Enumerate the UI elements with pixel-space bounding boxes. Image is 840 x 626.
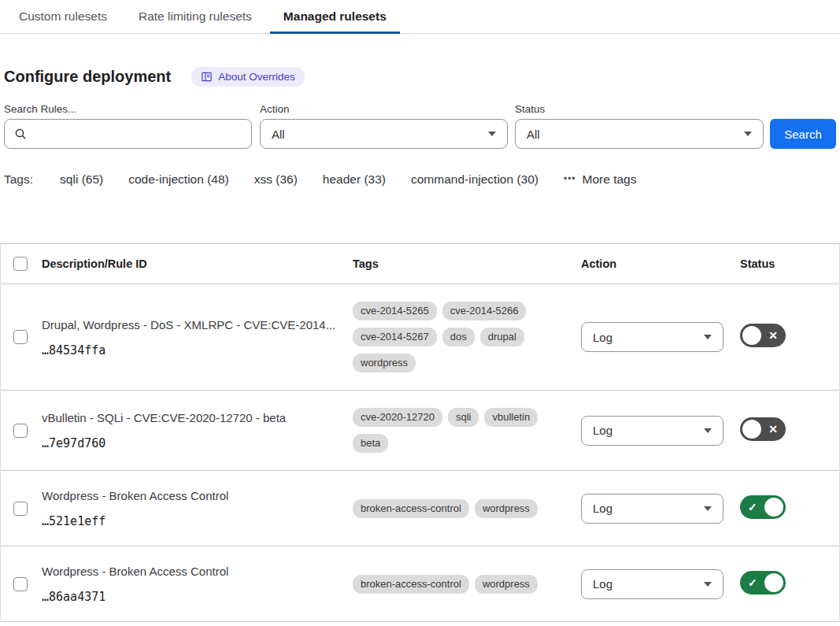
rule-id: …7e97d760: [42, 436, 337, 450]
filter-row: Search Rules... Action All Status: [4, 103, 836, 149]
about-overrides-label: About Overrides: [218, 71, 295, 83]
tag-pill: wordpress: [353, 354, 416, 372]
toggle-state-icon: ✓: [748, 576, 757, 589]
row-checkbox[interactable]: [13, 330, 28, 344]
column-header-action: Action: [581, 257, 740, 270]
tag-filter-link[interactable]: header (33): [323, 172, 386, 187]
more-tags-button[interactable]: ••• More tags: [564, 172, 637, 187]
tag-pill: beta: [353, 434, 388, 453]
toggle-knob: [742, 326, 761, 345]
tag-pill: vbulletin: [484, 408, 538, 427]
book-icon: [201, 71, 213, 83]
action-filter-label: Action: [260, 103, 508, 115]
tag-links: sqli (65)code-injection (48)xss (36)head…: [60, 172, 564, 187]
toggle-state-icon: ✕: [768, 329, 778, 342]
search-rules-field: Search Rules...: [4, 103, 252, 149]
chevron-down-icon: [704, 335, 712, 339]
row-checkbox[interactable]: [13, 502, 28, 516]
table-row: Wordpress - Broken Access Control …86aa4…: [1, 546, 839, 622]
chevron-down-icon: [704, 428, 712, 433]
rule-description: Drupal, Wordpress - DoS - XMLRPC - CVE:C…: [42, 317, 337, 333]
column-header-description: Description/Rule ID: [42, 257, 353, 270]
toggle-knob: [742, 420, 761, 439]
tag-filter-link[interactable]: command-injection (30): [411, 172, 538, 187]
rule-action-select[interactable]: Log: [581, 494, 723, 524]
status-filter-value: All: [527, 128, 540, 141]
heading-row: Configure deployment About Overrides: [4, 65, 840, 87]
tag-pill: broken-access-control: [353, 499, 469, 518]
chevron-down-icon: [704, 582, 712, 587]
rule-tags: cve-2014-5265cve-2014-5266cve-2014-5267d…: [353, 302, 551, 372]
action-filter-select[interactable]: All: [260, 119, 508, 149]
rule-action-select[interactable]: Log: [581, 569, 723, 599]
tag-pill: cve-2014-5265: [353, 302, 437, 320]
more-dots-icon: •••: [564, 173, 576, 184]
status-filter-field: Status All: [515, 103, 764, 149]
rule-tags: cve-2020-12720sqlivbulletinbeta: [353, 408, 551, 453]
tags-bar: Tags: sqli (65)code-injection (48)xss (3…: [4, 172, 836, 187]
rule-description: vBulletin - SQLi - CVE:CVE-2020-12720 - …: [42, 410, 337, 426]
rule-action-select[interactable]: Log: [581, 322, 723, 352]
about-overrides-link[interactable]: About Overrides: [191, 67, 305, 87]
rule-tags: broken-access-controlwordpress: [353, 499, 551, 518]
tag-pill: sqli: [448, 408, 479, 427]
column-header-status: Status: [740, 257, 839, 270]
row-checkbox[interactable]: [13, 424, 28, 438]
rule-action-value: Log: [593, 424, 612, 437]
action-filter-field: Action All: [260, 103, 508, 149]
table-row: Wordpress - Broken Access Control …521e1…: [1, 471, 839, 546]
tab-managed-rulesets[interactable]: Managed rulesets: [270, 0, 400, 33]
table-header-row: Description/Rule ID Tags Action Status: [1, 244, 839, 284]
table-row: vBulletin - SQLi - CVE:CVE-2020-12720 - …: [1, 391, 839, 471]
rule-tags: broken-access-controlwordpress: [353, 575, 551, 594]
rule-action-value: Log: [593, 502, 612, 515]
rule-status-toggle[interactable]: ✕: [740, 417, 786, 441]
search-input[interactable]: [4, 119, 252, 149]
tab-custom-rulesets[interactable]: Custom rulesets: [6, 0, 120, 33]
rule-id: …86aa4371: [42, 590, 337, 604]
rule-action-value: Log: [593, 331, 612, 344]
tag-filter-link[interactable]: sqli (65): [60, 172, 103, 187]
rule-action-select[interactable]: Log: [581, 416, 723, 446]
rules-table: Description/Rule ID Tags Action Status D…: [0, 243, 840, 622]
action-filter-value: All: [272, 128, 285, 141]
tag-pill: wordpress: [475, 575, 538, 594]
table-row: Drupal, Wordpress - DoS - XMLRPC - CVE:C…: [1, 284, 839, 391]
rule-status-toggle[interactable]: ✕: [740, 324, 786, 347]
tag-pill: cve-2014-5266: [442, 302, 527, 320]
tags-bar-label: Tags:: [4, 172, 33, 187]
toggle-state-icon: ✕: [768, 423, 778, 435]
status-filter-select[interactable]: All: [515, 119, 764, 149]
tab-rate-limiting-rulesets[interactable]: Rate limiting rulesets: [125, 0, 265, 33]
select-all-checkbox[interactable]: [13, 257, 28, 271]
rule-description: Wordpress - Broken Access Control: [42, 564, 337, 580]
row-checkbox[interactable]: [13, 577, 28, 591]
tag-pill: wordpress: [475, 499, 538, 518]
rule-id: …521e1eff: [42, 514, 337, 528]
managed-rulesets-page: Custom rulesets Rate limiting rulesets M…: [0, 0, 840, 626]
tag-pill: cve-2014-5267: [353, 328, 437, 346]
toggle-knob: [764, 498, 783, 517]
chevron-down-icon: [488, 131, 496, 136]
toggle-knob: [764, 573, 783, 592]
rule-status-toggle[interactable]: ✓: [740, 571, 786, 595]
status-filter-label: Status: [515, 103, 764, 115]
tag-filter-link[interactable]: xss (36): [254, 172, 298, 187]
table-body: Drupal, Wordpress - DoS - XMLRPC - CVE:C…: [1, 284, 839, 622]
ruleset-tabs: Custom rulesets Rate limiting rulesets M…: [0, 0, 840, 34]
rule-id: …84534ffa: [42, 343, 337, 357]
rule-action-value: Log: [593, 577, 612, 591]
toggle-state-icon: ✓: [748, 501, 757, 513]
column-header-tags: Tags: [353, 257, 581, 270]
tag-pill: broken-access-control: [353, 575, 469, 594]
chevron-down-icon: [744, 131, 752, 136]
search-button[interactable]: Search: [770, 119, 836, 149]
search-icon: [14, 128, 27, 140]
rule-status-toggle[interactable]: ✓: [740, 495, 786, 519]
tag-pill: dos: [442, 328, 475, 346]
page-title: Configure deployment: [4, 68, 171, 86]
tag-pill: cve-2020-12720: [353, 408, 442, 427]
search-rules-label: Search Rules...: [4, 103, 252, 115]
tag-filter-link[interactable]: code-injection (48): [128, 172, 229, 187]
rule-description: Wordpress - Broken Access Control: [42, 488, 337, 504]
